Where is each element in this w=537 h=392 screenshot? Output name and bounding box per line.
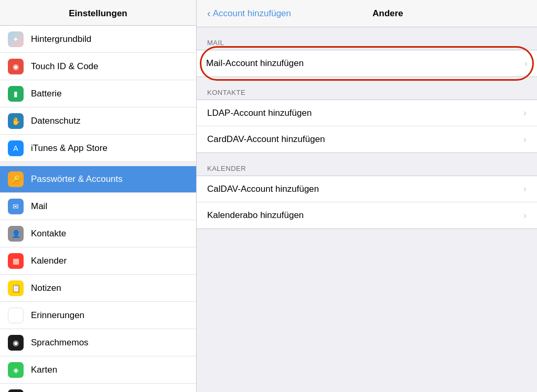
- sidebar-item-label-mail: Mail: [31, 201, 47, 212]
- contacts-icon: 👤: [8, 226, 24, 242]
- sidebar-item-wallpaper[interactable]: ✦Hintergrundbild: [0, 26, 196, 53]
- chevron-right-icon: ›: [523, 183, 527, 194]
- chevron-right-icon: ›: [524, 58, 528, 69]
- sidebar-item-battery[interactable]: ▮Batterie: [0, 80, 196, 107]
- notes-icon: 📋: [8, 280, 24, 296]
- touchid-icon: ◉: [8, 59, 24, 74]
- passwords-icon: 🔑: [8, 171, 24, 187]
- back-button[interactable]: ‹ Account hinzufügen: [207, 7, 291, 19]
- section-header-kontakte: KONTAKTE: [197, 89, 537, 100]
- sidebar-item-label-notes: Notizen: [31, 283, 61, 293]
- sidebar: Einstellungen ✦Hintergrundbild◉Touch ID …: [0, 0, 197, 392]
- chevron-right-icon: ›: [523, 210, 527, 221]
- sidebar-item-label-maps: Karten: [31, 365, 57, 375]
- content-item-mail-account[interactable]: Mail-Account hinzufügen›: [197, 50, 537, 77]
- wallpaper-icon: ✦: [8, 31, 24, 47]
- section-header-mail: MAIL: [197, 39, 537, 50]
- sidebar-item-passwords[interactable]: 🔑Passwörter & Accounts: [0, 162, 196, 193]
- sidebar-item-measure[interactable]: ▬Maßband: [0, 384, 196, 392]
- sidebar-item-label-touchid: Touch ID & Code: [31, 61, 99, 72]
- section-items-kalender: CalDAV-Account hinzufügen›Kalenderabo hi…: [197, 176, 537, 229]
- content-item-label-caldav: CalDAV-Account hinzufügen: [207, 184, 523, 194]
- voicememos-icon: ◉: [8, 335, 24, 351]
- chevron-right-icon: ›: [523, 107, 527, 118]
- sidebar-item-mail[interactable]: ✉Mail: [0, 193, 196, 220]
- sidebar-item-touchid[interactable]: ◉Touch ID & Code: [0, 53, 196, 80]
- sidebar-item-appstore[interactable]: AiTunes & App Store: [0, 135, 196, 162]
- content-header: ‹ Account hinzufügen Andere: [197, 0, 537, 27]
- sidebar-item-calendar[interactable]: ▦Kalender: [0, 247, 196, 275]
- sidebar-item-label-reminders: Erinnerungen: [31, 310, 84, 321]
- section-header-kalender: KALENDER: [197, 165, 537, 176]
- reminders-icon: ☰: [8, 308, 24, 323]
- calendar-icon: ▦: [8, 253, 24, 269]
- appstore-icon: A: [8, 140, 24, 156]
- content-sections: MAILMail-Account hinzufügen›KONTAKTELDAP…: [197, 27, 537, 229]
- sidebar-item-contacts[interactable]: 👤Kontakte: [0, 220, 196, 247]
- back-label[interactable]: Account hinzufügen: [213, 8, 291, 19]
- sidebar-item-label-passwords: Passwörter & Accounts: [31, 174, 123, 184]
- sidebar-item-label-contacts: Kontakte: [31, 228, 66, 239]
- content-item-caldav[interactable]: CalDAV-Account hinzufügen›: [197, 176, 537, 202]
- sidebar-item-label-battery: Batterie: [31, 89, 62, 99]
- content-item-label-carddav: CardDAV-Account hinzufügen: [207, 134, 523, 145]
- sidebar-item-label-wallpaper: Hintergrundbild: [31, 34, 91, 45]
- back-chevron-icon: ‹: [207, 7, 211, 19]
- sidebar-item-privacy[interactable]: ✋Datenschutz: [0, 107, 196, 135]
- content-item-kalenderabo[interactable]: Kalenderabo hinzufügen›: [197, 202, 537, 228]
- content-item-label-mail-account: Mail-Account hinzufügen: [206, 58, 524, 69]
- sidebar-item-reminders[interactable]: ☰Erinnerungen: [0, 302, 196, 329]
- highlight-wrapper: Mail-Account hinzufügen›: [197, 50, 537, 77]
- chevron-right-icon: ›: [523, 134, 527, 145]
- sidebar-title: Einstellungen: [0, 0, 196, 26]
- maps-icon: ◈: [8, 362, 24, 378]
- sidebar-item-label-calendar: Kalender: [31, 256, 67, 266]
- content-item-label-kalenderabo: Kalenderabo hinzufügen: [207, 210, 523, 221]
- main-content: ‹ Account hinzufügen Andere MAILMail-Acc…: [197, 0, 537, 392]
- section-kontakte: KONTAKTELDAP-Account hinzufügen›CardDAV-…: [197, 89, 537, 153]
- sidebar-item-maps[interactable]: ◈Karten: [0, 356, 196, 384]
- battery-icon: ▮: [8, 86, 24, 102]
- sidebar-item-label-privacy: Datenschutz: [31, 116, 81, 126]
- content-item-carddav[interactable]: CardDAV-Account hinzufügen›: [197, 126, 537, 153]
- page-title: Andere: [291, 8, 485, 19]
- measure-icon: ▬: [8, 389, 24, 392]
- sidebar-item-label-appstore: iTunes & App Store: [31, 143, 108, 154]
- section-mail: MAILMail-Account hinzufügen›: [197, 39, 537, 77]
- content-item-label-ldap: LDAP-Account hinzufügen: [207, 108, 523, 118]
- section-items-kontakte: LDAP-Account hinzufügen›CardDAV-Account …: [197, 100, 537, 153]
- content-item-ldap[interactable]: LDAP-Account hinzufügen›: [197, 100, 537, 126]
- sidebar-item-notes[interactable]: 📋Notizen: [0, 275, 196, 302]
- sidebar-items-list: ✦Hintergrundbild◉Touch ID & Code▮Batteri…: [0, 26, 196, 392]
- section-kalender: KALENDERCalDAV-Account hinzufügen›Kalend…: [197, 165, 537, 229]
- sidebar-item-label-voicememos: Sprachmemos: [31, 337, 89, 348]
- section-items-mail: Mail-Account hinzufügen›: [197, 50, 537, 77]
- mail-icon: ✉: [8, 199, 24, 214]
- sidebar-item-voicememos[interactable]: ◉Sprachmemos: [0, 329, 196, 356]
- privacy-icon: ✋: [8, 113, 24, 129]
